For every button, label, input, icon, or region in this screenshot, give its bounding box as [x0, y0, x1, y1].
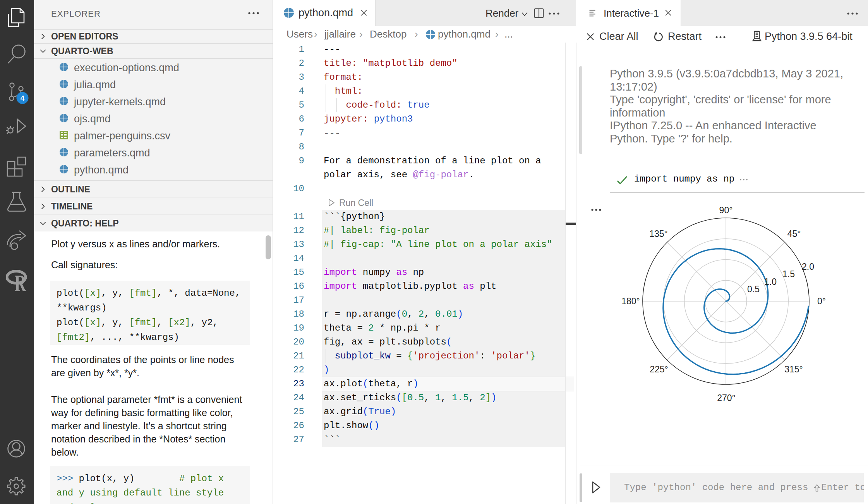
svg-text:1.0: 1.0 [764, 277, 777, 287]
svg-text:270°: 270° [717, 393, 736, 403]
svg-text:90°: 90° [719, 205, 733, 215]
svg-text:135°: 135° [649, 229, 668, 239]
svg-text:45°: 45° [787, 229, 801, 239]
svg-text:R: R [15, 270, 26, 293]
svg-text:1.5: 1.5 [782, 269, 795, 279]
svg-text:4: 4 [21, 94, 25, 102]
svg-text:225°: 225° [650, 364, 668, 374]
svg-text:0.5: 0.5 [747, 284, 760, 294]
svg-text:315°: 315° [784, 364, 803, 374]
svg-text:180°: 180° [621, 296, 640, 306]
svg-text:0°: 0° [817, 296, 826, 306]
svg-text:2.0: 2.0 [802, 262, 814, 272]
